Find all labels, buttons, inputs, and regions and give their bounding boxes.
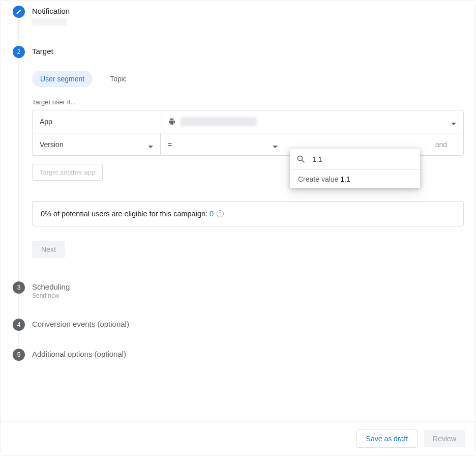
step-badge-notification[interactable]: [13, 6, 25, 18]
chevron-down-icon: [451, 119, 456, 124]
step-title-notification: Notification: [32, 6, 465, 15]
footer: Save as draft Review: [1, 421, 475, 455]
help-icon[interactable]: ?: [217, 210, 224, 217]
version-op-label: =: [168, 140, 172, 149]
version-value-dropdown: Create value 1.1: [290, 149, 420, 188]
app-row: App: [33, 110, 463, 133]
eligibility-banner: 0% of potential users are eligible for t…: [32, 201, 464, 226]
create-value-value: 1.1: [340, 175, 350, 183]
eligibility-count: 0: [210, 210, 214, 218]
version-search-input[interactable]: [312, 155, 414, 163]
tab-topic[interactable]: Topic: [102, 71, 135, 87]
next-button[interactable]: Next: [32, 241, 65, 258]
step-badge-additional[interactable]: 5: [13, 349, 25, 361]
app-row-label: App: [33, 110, 161, 133]
app-selector[interactable]: [161, 110, 463, 133]
android-icon: [168, 118, 175, 125]
and-label: and: [435, 140, 456, 149]
target-section-label: Target user if...: [32, 98, 465, 106]
save-as-draft-button[interactable]: Save as draft: [356, 430, 418, 448]
chevron-down-icon: [273, 142, 278, 147]
step-badge-scheduling[interactable]: 3: [13, 281, 25, 294]
tab-user-segment[interactable]: User segment: [32, 71, 93, 87]
eligibility-text: 0% of potential users are eligible for t…: [41, 210, 207, 218]
create-value-prefix: Create value: [298, 175, 340, 183]
step-sub-scheduling: Send now: [32, 292, 465, 299]
create-value-option[interactable]: Create value 1.1: [290, 170, 420, 188]
step-title-scheduling: Scheduling: [32, 281, 465, 291]
review-button[interactable]: Review: [424, 430, 465, 447]
step-title-additional: Additional options (optional): [32, 349, 465, 358]
version-attribute-selector[interactable]: Version: [33, 133, 161, 155]
app-name-redacted: [181, 117, 257, 126]
step-title-target: Target: [32, 46, 465, 55]
step-badge-conversion[interactable]: 4: [13, 319, 25, 331]
version-attr-label: Version: [40, 140, 64, 149]
search-icon: [296, 154, 306, 164]
step-title-conversion: Conversion events (optional): [32, 319, 465, 328]
pencil-icon: [16, 9, 22, 15]
target-another-app-button[interactable]: Target another app: [32, 164, 103, 181]
notification-subtitle-redacted: [32, 18, 67, 25]
step-badge-target[interactable]: 2: [13, 46, 25, 58]
chevron-down-icon: [148, 142, 153, 147]
version-operator-selector[interactable]: =: [161, 133, 285, 155]
